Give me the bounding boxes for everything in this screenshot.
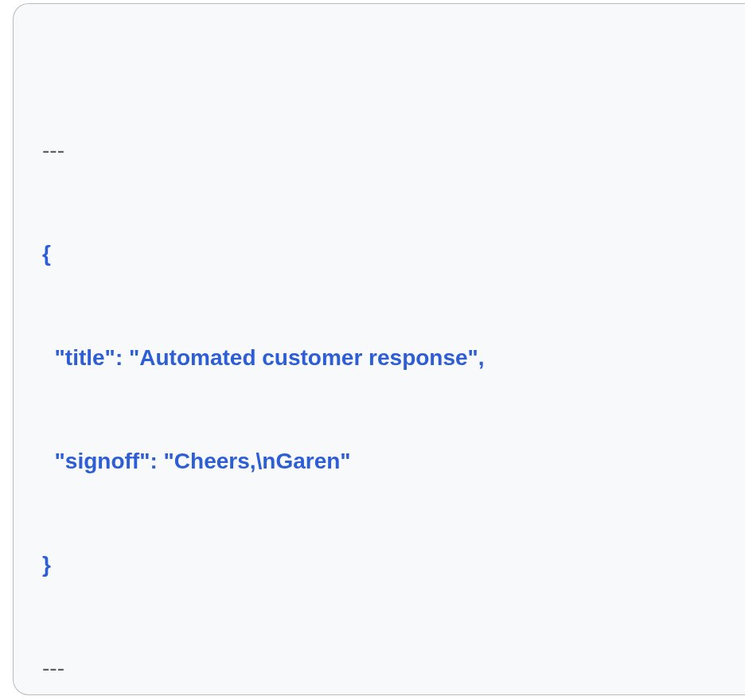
code-content: --- { "title": "Automated customer respo… <box>42 29 729 695</box>
json-signoff-line: "signoff": "Cheers,\nGaren" <box>42 444 729 478</box>
json-brace-close: } <box>42 547 729 581</box>
json-title-line: "title": "Automated customer response", <box>42 340 729 375</box>
frontmatter-close-fence: --- <box>42 651 729 685</box>
code-panel: --- { "title": "Automated customer respo… <box>13 3 745 695</box>
json-brace-open: { <box>42 236 729 270</box>
frontmatter-open-fence: --- <box>42 133 729 167</box>
